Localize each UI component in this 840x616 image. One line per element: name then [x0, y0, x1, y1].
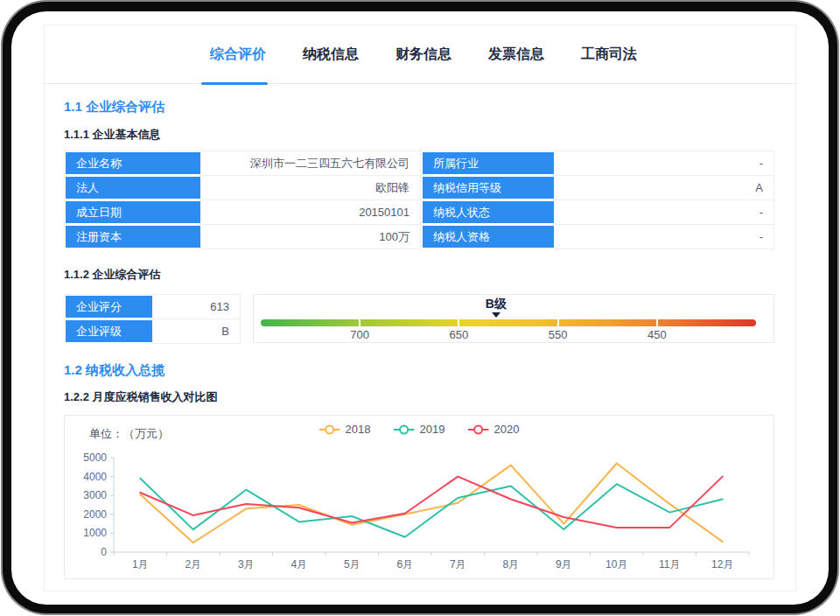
info-value-cell: 深圳市一二三四五六七有限公司 [200, 151, 421, 176]
axis-tick-label: 5000 [83, 452, 107, 464]
subsection-title-assessment: 1.1.2 企业综合评估 [64, 267, 161, 283]
tab-bar: 综合评价纳税信息财务信息发票信息工商司法 [45, 25, 795, 84]
axis-tick-label: 3000 [83, 489, 107, 501]
score-table: 企业评分613企业评级B [64, 294, 241, 344]
info-value-cell: - [554, 151, 774, 176]
info-label: 法人 [66, 177, 200, 199]
gauge-tick-separator [359, 319, 360, 326]
gauge-tick-separator [458, 319, 459, 326]
info-label-cell: 注册资本 [64, 225, 200, 249]
axis-tick-label: 1000 [83, 527, 107, 539]
gauge-tick-separator [557, 319, 559, 326]
gauge-marker-icon [492, 312, 500, 318]
info-label-cell: 法人 [64, 176, 200, 200]
section-title-tax-income: 1.2 纳税收入总揽 [64, 362, 164, 379]
gauge-tick-label: 550 [549, 328, 568, 341]
axis-tick-label: 10月 [606, 558, 627, 570]
info-value-cell: - [554, 200, 774, 225]
score-gauge: B级 700650550450 [253, 294, 774, 343]
info-label-cell: 纳税人状态 [421, 200, 554, 225]
info-label: 纳税人资格 [423, 226, 554, 248]
info-label: 注册资本 [66, 226, 200, 248]
gauge-tick-label: 450 [648, 328, 667, 341]
axis-tick-label: 4月 [290, 558, 307, 570]
tab-label: 发票信息 [488, 46, 544, 64]
tab-label: 综合评价 [210, 46, 266, 64]
axis-tick-label: 12月 [711, 558, 733, 570]
gauge-tick-separator [656, 319, 658, 326]
chart-canvas: 0100020003000400050001月2月3月4月5月6月7月8月9月1… [65, 416, 775, 580]
score-label: 企业评分 [66, 296, 152, 318]
gauge-tick-label: 700 [350, 328, 369, 341]
tab-3[interactable]: 财务信息 [394, 25, 453, 83]
basic-info-table: 企业名称深圳市一二三四五六七有限公司所属行业-法人欧阳锋纳税信用等级A成立日期2… [64, 150, 774, 249]
info-label: 纳税信用等级 [423, 177, 554, 199]
axis-tick-label: 1月 [132, 558, 149, 570]
info-label-cell: 企业名称 [64, 151, 200, 176]
score-label-cell: 企业评级 [64, 319, 152, 344]
gauge-gradient-bar [261, 319, 756, 326]
axis-tick-label: 0 [101, 546, 107, 558]
info-label-cell: 成立日期 [64, 200, 200, 225]
tab-label: 工商司法 [581, 46, 637, 64]
section-title-overall-assessment: 1.1 企业综合评估 [64, 99, 164, 116]
score-value-cell: B [152, 319, 241, 344]
tab-4[interactable]: 发票信息 [486, 25, 546, 83]
info-value-cell: 100万 [200, 225, 421, 249]
tab-1[interactable]: 综合评价 [208, 25, 268, 83]
info-value-cell: - [554, 225, 774, 249]
report-card: 综合评价纳税信息财务信息发票信息工商司法 1.1 企业综合评估 1.1.1 企业… [44, 24, 796, 592]
axis-tick-label: 2000 [83, 508, 107, 521]
info-value-cell: A [554, 176, 774, 200]
axis-tick-label: 3月 [238, 558, 255, 570]
score-label-cell: 企业评分 [64, 295, 152, 319]
axis-tick-label: 11月 [659, 558, 680, 570]
axis-tick-label: 8月 [502, 558, 519, 570]
score-label: 企业评级 [66, 320, 152, 342]
gauge-grade-label: B级 [486, 297, 507, 312]
score-value-cell: 613 [152, 295, 241, 319]
tab-2[interactable]: 纳税信息 [301, 25, 360, 83]
info-label: 企业名称 [66, 152, 200, 174]
info-label-cell: 纳税人资格 [421, 225, 554, 249]
active-tab-underline [201, 82, 268, 85]
axis-tick-label: 5月 [344, 558, 360, 570]
axis-tick-label: 7月 [450, 558, 466, 570]
axis-tick-label: 2月 [185, 558, 201, 570]
info-label-cell: 纳税信用等级 [421, 176, 554, 200]
tab-label: 纳税信息 [303, 46, 359, 64]
subsection-title-monthly-chart: 1.2.2 月度应税销售收入对比图 [64, 389, 218, 405]
axis-tick-label: 6月 [396, 558, 413, 570]
tab-5[interactable]: 工商司法 [579, 25, 639, 83]
info-label: 纳税人状态 [423, 201, 554, 223]
info-value-cell: 欧阳锋 [200, 176, 421, 200]
monthly-sales-chart: 单位：（万元） 201820192020 0100020003000400050… [64, 415, 774, 579]
info-label-cell: 所属行业 [421, 151, 554, 176]
info-label: 所属行业 [423, 152, 554, 174]
axis-tick-label: 4000 [83, 471, 107, 483]
subsection-title-basic-info: 1.1.1 企业基本信息 [64, 127, 161, 143]
gauge-tick-label: 650 [450, 328, 469, 341]
tab-label: 财务信息 [396, 46, 452, 64]
info-value-cell: 20150101 [200, 200, 421, 225]
info-label: 成立日期 [66, 201, 200, 223]
axis-tick-label: 9月 [556, 558, 572, 570]
